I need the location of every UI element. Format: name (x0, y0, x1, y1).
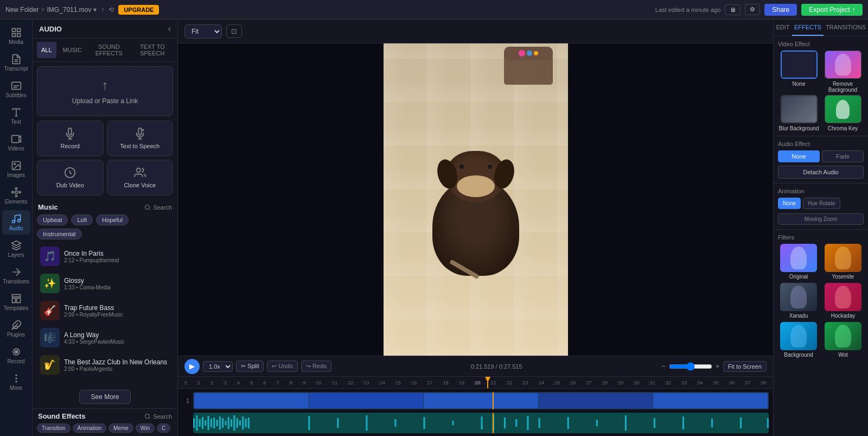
filter-yosemite[interactable]: Yosemite (822, 244, 864, 280)
anim-none-button[interactable]: None (778, 198, 801, 209)
list-item[interactable]: 🎸 Trap Future Bass 2:06 • RoyaltyFreeMus… (35, 298, 175, 324)
svg-rect-77 (654, 418, 655, 428)
effect-none[interactable]: None (778, 50, 820, 93)
anim-moving-zoom-button[interactable]: Moving Zoom (778, 213, 864, 225)
filter-original[interactable]: Original (778, 244, 819, 280)
aspect-ratio-button[interactable]: ⊡ (226, 24, 242, 38)
list-item[interactable]: 🎷 The Best Jazz Club In New Orleans 2:00… (35, 352, 175, 378)
filter-hopeful[interactable]: Hopeful (96, 214, 129, 225)
text-to-speech-button[interactable]: Text to Speech (107, 121, 174, 156)
video-track-lane[interactable]: 1 (182, 391, 769, 410)
panel-title: AUDIO (39, 25, 62, 33)
clone-voice-button[interactable]: Clone Voice (107, 160, 174, 195)
dub-video-button[interactable]: Dub Video (37, 160, 104, 195)
filter-instrumental[interactable]: Instrumental (37, 229, 82, 239)
upload-area[interactable]: ↑ Upload or Paste a Link (37, 66, 173, 116)
split-button[interactable]: ✂ Split (236, 361, 264, 372)
sfx-tag-meme[interactable]: Meme (108, 424, 133, 433)
see-more-button[interactable]: See More (79, 390, 130, 404)
sidebar-item-subtitles[interactable]: Subtitles (2, 77, 30, 102)
history-icon[interactable]: ⟲ (108, 6, 114, 14)
collapse-button[interactable]: ‹ (168, 24, 171, 34)
filter-background[interactable]: Background (778, 322, 819, 358)
sfx-tag-win[interactable]: Win (136, 424, 155, 433)
folder-name[interactable]: New Folder (5, 6, 39, 14)
sidebar-item-templates[interactable]: Templates (2, 290, 30, 314)
audio-track-content[interactable] (193, 413, 769, 433)
tab-effects[interactable]: EFFECTS (792, 20, 824, 36)
upgrade-button[interactable]: UPGRADE (118, 5, 159, 15)
sidebar-item-audio[interactable]: Audio (2, 210, 30, 235)
sfx-tag-animation[interactable]: Animation (73, 424, 106, 433)
audio-none-button[interactable]: None (778, 150, 820, 162)
animation-section: Animation None Hue Rotate Moving Zoom (774, 183, 868, 229)
sfx-tag-transition[interactable]: Transition (37, 424, 71, 433)
filter-upbeat[interactable]: Upbeat (37, 214, 68, 225)
effect-remove-bg[interactable]: Remove Background (822, 50, 864, 93)
sidebar-item-elements[interactable]: Elements (2, 184, 30, 208)
music-search-button[interactable]: Search (144, 204, 172, 211)
speed-select[interactable]: 0.5x 1.0x 1.5x 2.0x (203, 361, 233, 372)
share-button[interactable]: Share (764, 4, 797, 16)
list-item[interactable]: ✨ Glossy 1:33 • Coma-Media (35, 270, 175, 296)
filter-hockaday[interactable]: Hockaday (822, 283, 864, 319)
timeline-playhead[interactable] (487, 377, 488, 388)
tab-text-to-speech[interactable]: TEXT TO SPEECH (132, 42, 173, 58)
sidebar-item-layers[interactable]: Layers (2, 237, 30, 261)
audio-track-lane[interactable] (182, 412, 769, 434)
track-thumb-4: 🎼 (40, 328, 60, 347)
sfx-tag-c[interactable]: C (157, 424, 170, 433)
effect-thumb-blur-bg (781, 95, 818, 123)
ruler-mark: :4 (236, 380, 240, 386)
export-button[interactable]: Export Project ↑ (801, 4, 863, 16)
monitor-icon-btn[interactable]: 🖥 (725, 4, 741, 15)
sidebar-item-media[interactable]: Media (2, 24, 30, 48)
upload-icon[interactable]: ↑ (101, 6, 104, 14)
zoom-out-button[interactable]: − (661, 362, 666, 370)
audio-effect-buttons: None Fade (778, 150, 864, 162)
play-button[interactable]: ▶ (184, 359, 200, 374)
list-item[interactable]: 🎼 A Long Way 4:33 • SergePavkinMusic (35, 325, 175, 351)
sidebar-item-record[interactable]: Record (2, 343, 30, 368)
record-button[interactable]: Record (37, 121, 104, 156)
zoom-in-button[interactable]: + (716, 362, 720, 370)
tab-all[interactable]: ALL (37, 42, 56, 58)
audio-fade-button[interactable]: Fade (822, 150, 864, 162)
sidebar-item-transcript[interactable]: Transcript (2, 50, 30, 75)
effect-chroma-key[interactable]: Chroma Key (822, 95, 864, 131)
dropdown-icon[interactable]: ▾ (93, 6, 97, 14)
undo-button[interactable]: ↩ Undo (267, 361, 297, 372)
tab-sound-effects[interactable]: SOUND EFFECTS (88, 42, 130, 58)
video-track-content[interactable] (193, 392, 769, 409)
anim-hue-rotate-button[interactable]: Hue Rotate (803, 198, 840, 209)
redo-button[interactable]: ↪ Redo (301, 361, 331, 372)
list-item[interactable]: 🎵 Once In Paris 2:12 • Pumpupthemind (35, 243, 175, 269)
tab-edit[interactable]: EDIT (774, 20, 792, 36)
filename[interactable]: IMG_7011.mov (47, 6, 91, 14)
sidebar-item-images[interactable]: Images (2, 157, 30, 181)
fit-select[interactable]: Fit Fill 25% 50% 75% 100% (184, 24, 222, 39)
sidebar-item-plugins[interactable]: Plugins (2, 317, 30, 341)
svg-rect-64 (366, 415, 367, 431)
effect-blur-bg[interactable]: Blur Background (778, 95, 820, 131)
sidebar-item-text[interactable]: Text (2, 104, 30, 128)
filter-lofi[interactable]: Lofi (71, 214, 93, 225)
detach-audio-button[interactable]: Detach Audio (778, 166, 864, 179)
fit-screen-button[interactable]: Fit to Screen (723, 361, 767, 372)
sound-search-button[interactable]: Search (144, 413, 172, 420)
tab-music[interactable]: MUSIC (59, 42, 86, 58)
ruler-mark: :5 (249, 380, 253, 386)
search-icon (144, 204, 151, 211)
video-frame[interactable] (384, 43, 568, 356)
audio-tabs: ALL MUSIC SOUND EFFECTS TEXT TO SPEECH (33, 39, 177, 62)
zoom-slider[interactable] (669, 362, 712, 371)
filter-wot[interactable]: Wot (822, 322, 864, 358)
filter-xanadu[interactable]: Xanadu (778, 283, 819, 319)
tab-transitions[interactable]: TRANSITIONS (824, 20, 868, 36)
sidebar-item-more[interactable]: More (2, 370, 30, 394)
ruler-mark: :35 (712, 380, 719, 386)
sound-effects-header: Sound Effects Search (33, 409, 177, 424)
settings-icon-btn[interactable]: ⚙ (745, 4, 760, 15)
sidebar-item-transitions[interactable]: Transitions (2, 263, 30, 288)
sidebar-item-videos[interactable]: Videos (2, 130, 30, 155)
